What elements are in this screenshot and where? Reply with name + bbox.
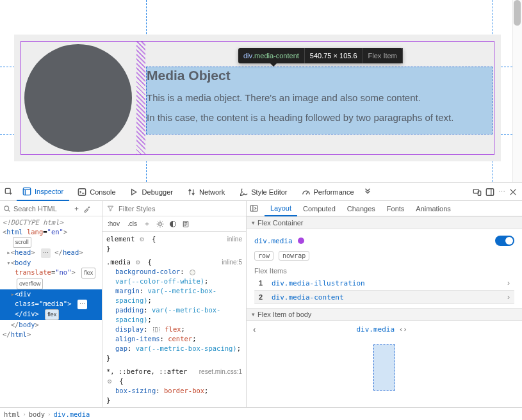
devtools-toolbar: Inspector Console Debugger Network Style…	[0, 183, 522, 201]
side-tab-fonts[interactable]: Fonts	[381, 201, 411, 216]
preview-scrollbar[interactable]	[512, 0, 522, 182]
nav-back[interactable]: ‹	[253, 325, 256, 334]
side-body[interactable]: ▾Flex Container div.media row nowrap Fle…	[247, 216, 522, 407]
flex-item-1[interactable]: 1 div.media-illustration ›	[254, 276, 514, 290]
breadcrumb[interactable]: html	[4, 410, 20, 418]
search-icon	[3, 204, 12, 213]
color-swatch[interactable]	[190, 270, 195, 275]
filter-styles-input[interactable]	[118, 205, 243, 213]
svg-rect-1	[23, 188, 30, 195]
dom-line-div-open[interactable]: ▸<div	[0, 289, 102, 299]
dom-line-html-close[interactable]: </html>	[0, 330, 102, 339]
cls-toggle[interactable]: .cls	[126, 220, 139, 227]
dom-line-body-attr[interactable]: translate="no"> flex	[0, 268, 102, 279]
dom-line-div-close[interactable]: </div> flex	[0, 309, 102, 320]
flex-container-link[interactable]: div.media	[254, 237, 293, 245]
side-tab-computed[interactable]: Computed	[297, 201, 341, 216]
tab-label: Network	[199, 188, 225, 196]
media-para: In this case, the content is a heading f…	[147, 112, 493, 123]
rules-panel: :hov .cls ＋ element ⚙ {inline }	[102, 201, 247, 407]
tooltip-class: .media-content	[252, 52, 299, 60]
media-heading: Media Object	[147, 68, 493, 83]
media-content: Media Object This is a media object. The…	[147, 68, 493, 132]
tooltip-dimensions: 540.75 × 105.6	[305, 48, 363, 63]
responsive-mode-icon[interactable]	[472, 187, 482, 197]
dom-tree[interactable]: <!DOCTYPE html> <html lang="en"> scroll …	[0, 216, 102, 407]
svg-rect-7	[478, 191, 480, 195]
devtools-body: ＋ <!DOCTYPE html> <html lang="en"> scrol…	[0, 201, 522, 407]
tab-label: Console	[90, 188, 115, 196]
highlight-color-dot[interactable]	[298, 238, 304, 244]
section-flex-container[interactable]: ▾Flex Container	[247, 216, 522, 229]
dom-line-body-close[interactable]: </body>	[0, 320, 102, 330]
tab-label: Debugger	[142, 188, 173, 196]
flex-item-diagram	[373, 344, 395, 391]
tooltip-tag: div	[243, 52, 252, 60]
dom-badge-scroll[interactable]: scroll	[0, 237, 102, 248]
highlight-toggle[interactable]	[495, 236, 514, 246]
tab-style-editor[interactable]: Style Editor	[233, 183, 293, 201]
side-header: Layout Computed Changes Fonts Animations	[247, 201, 522, 216]
side-tab-changes[interactable]: Changes	[341, 201, 381, 216]
flex-item-2[interactable]: 2 div.media-content ›	[254, 290, 514, 304]
dark-scheme-icon[interactable]	[168, 220, 177, 229]
chip-row: row	[254, 251, 273, 261]
preview-scroll-thumb[interactable]	[514, 0, 521, 26]
add-node-icon[interactable]: ＋	[72, 204, 81, 213]
rule-reset[interactable]: *, ::before, ::after ⚙ {reset.min.css:1 …	[106, 367, 242, 405]
tab-console[interactable]: Console	[72, 183, 121, 201]
inspect-tooltip: div.media-content 540.75 × 105.6 Flex It…	[238, 48, 403, 63]
tab-network[interactable]: Network	[181, 183, 231, 201]
eyedropper-icon[interactable]	[83, 204, 92, 213]
print-media-icon[interactable]	[181, 220, 190, 229]
search-html-input[interactable]	[13, 205, 70, 213]
add-rule-icon[interactable]: ＋	[143, 220, 152, 229]
svg-rect-4	[79, 188, 86, 195]
light-scheme-icon[interactable]	[156, 220, 165, 229]
chip-nowrap: nowrap	[279, 251, 309, 261]
tab-debugger[interactable]: Debugger	[124, 183, 179, 201]
hov-toggle[interactable]: :hov	[106, 220, 122, 227]
devtools: Inspector Console Debugger Network Style…	[0, 182, 522, 420]
dom-line-body[interactable]: ▾<body	[0, 258, 102, 268]
breadcrumb-current[interactable]: div.media	[53, 410, 90, 418]
rule-element[interactable]: element ⚙ {inline }	[106, 234, 242, 254]
dom-line-head[interactable]: ▸<head> ⋯ </head>	[0, 248, 102, 258]
flex-item-nav: ‹ div.media ‹›	[247, 321, 522, 338]
dom-search-row: ＋	[0, 201, 102, 216]
rules-toolbar	[102, 201, 246, 216]
svg-point-12	[159, 222, 162, 225]
rules-subtoolbar: :hov .cls ＋	[102, 216, 246, 232]
side-tab-animations[interactable]: Animations	[410, 201, 456, 216]
tab-performance[interactable]: Performance	[296, 183, 360, 201]
dock-mode-icon[interactable]	[485, 187, 495, 197]
svg-rect-8	[486, 188, 493, 195]
dom-panel: ＋ <!DOCTYPE html> <html lang="en"> scrol…	[0, 201, 102, 407]
preview-pane: Media Object This is a media object. The…	[0, 0, 522, 182]
tooltip-mode: Flex Item	[363, 48, 403, 63]
tab-label: Style Editor	[251, 188, 287, 196]
dom-line-div-attr[interactable]: class="media"> ⋯	[0, 299, 102, 309]
chevron-right-icon: ›	[507, 293, 510, 302]
section-flex-item[interactable]: ▾Flex Item of body	[247, 308, 522, 321]
meatballs-icon[interactable]: ⋯	[498, 187, 505, 197]
dom-line-html[interactable]: <html lang="en">	[0, 227, 102, 237]
filter-icon	[106, 204, 115, 213]
dom-line-doctype[interactable]: <!DOCTYPE html>	[0, 218, 102, 227]
dom-badge-overflow[interactable]: overflow	[0, 279, 102, 289]
flex-container-row: div.media	[254, 233, 514, 248]
media-para: This is a media object. There's an image…	[147, 92, 493, 103]
flex-gap-hatch	[136, 41, 145, 155]
overflow-tabs-icon[interactable]	[363, 187, 373, 197]
rule-media[interactable]: .media ⚙ {inline:5 background-color: var…	[106, 257, 242, 363]
pick-element-icon[interactable]	[4, 187, 14, 197]
close-devtools-icon[interactable]	[508, 187, 518, 197]
breadcrumb[interactable]: body	[29, 410, 45, 418]
chevron-right-icon: ›	[507, 279, 510, 287]
flex-swatch[interactable]	[153, 327, 159, 332]
side-tab-layout[interactable]: Layout	[265, 201, 297, 216]
sidebar-toggle-icon[interactable]	[249, 204, 258, 213]
svg-rect-0	[5, 188, 10, 193]
rules-body[interactable]: element ⚙ {inline } .media ⚙ {inline:5 b…	[102, 232, 246, 407]
tab-inspector[interactable]: Inspector	[17, 183, 69, 201]
